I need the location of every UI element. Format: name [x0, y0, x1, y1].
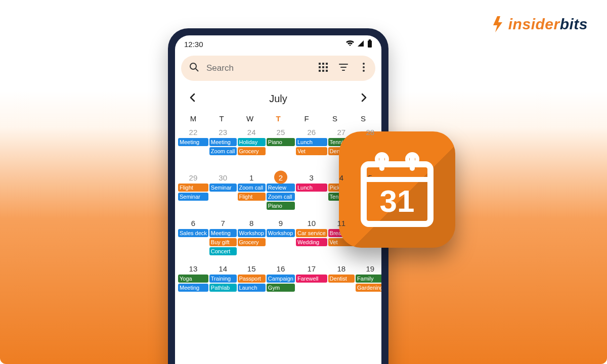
day-number: 1 — [238, 171, 266, 184]
calendar-cell[interactable]: 18Dentist — [328, 262, 355, 307]
status-time: 12:30 — [184, 40, 203, 49]
calendar-cell[interactable]: 17Farewell — [296, 262, 327, 307]
svg-rect-9 — [326, 66, 328, 68]
filter-icon[interactable] — [337, 63, 350, 74]
event-chip[interactable]: Lunch — [296, 184, 327, 192]
event-chip[interactable]: Meeting — [209, 138, 237, 146]
event-chip[interactable]: Meeting — [209, 229, 237, 237]
svg-rect-10 — [319, 70, 321, 72]
weekday-label: W — [236, 114, 264, 123]
day-number: 17 — [296, 262, 327, 275]
event-chip[interactable]: Concert — [209, 247, 237, 255]
calendar-cell[interactable]: 13YogaMeeting — [178, 262, 208, 307]
prev-month-button[interactable] — [186, 92, 198, 105]
event-chip[interactable]: Meeting — [178, 284, 208, 292]
svg-rect-11 — [322, 70, 324, 72]
search-icon — [189, 62, 199, 74]
more-icon[interactable] — [357, 63, 370, 74]
calendar-cell[interactable]: 24HolidayGrocery — [238, 126, 266, 170]
svg-line-3 — [196, 69, 198, 71]
event-chip[interactable]: Campaign — [267, 275, 295, 283]
svg-rect-0 — [369, 39, 371, 40]
event-chip[interactable]: Sales deck — [178, 229, 208, 237]
event-chip[interactable]: Gardening — [356, 284, 381, 292]
calendar-cell[interactable]: 8WorkshopGrocery — [238, 217, 266, 261]
event-chip[interactable]: Piano — [267, 138, 295, 146]
status-bar: 12:30 — [175, 35, 381, 53]
calendar-cell[interactable]: 6Sales deck — [178, 217, 208, 261]
calendar-cell[interactable]: 16CampaignGym — [267, 262, 295, 307]
day-events: Piano — [267, 138, 295, 146]
event-chip[interactable]: Piano — [267, 202, 295, 210]
event-chip[interactable]: Family — [356, 275, 381, 283]
event-chip[interactable]: Workshop — [267, 229, 295, 237]
calendar-cell[interactable]: 15PassportLaunch — [238, 262, 266, 307]
app-icon-number: 31 — [380, 184, 415, 218]
day-events: TrainingPathlab — [209, 275, 237, 292]
calendar-cell[interactable]: 19FamilyGardening — [356, 262, 381, 307]
day-number: 24 — [238, 126, 266, 138]
next-month-button[interactable] — [358, 92, 370, 105]
weekday-header: MTWTFSS — [175, 110, 381, 125]
calendar-cell[interactable]: 3Lunch — [296, 171, 327, 216]
event-chip[interactable]: Grocery — [238, 238, 266, 246]
calendar-cell[interactable]: 22Meeting — [178, 126, 208, 170]
svg-point-2 — [190, 63, 196, 69]
calendar-cell[interactable]: 10Car serviceWedding — [296, 217, 327, 261]
event-chip[interactable]: Pathlab — [209, 284, 237, 292]
calendar-cell[interactable]: 29FlightSeminar — [178, 171, 208, 216]
day-events: Meeting — [178, 138, 208, 146]
calendar-cell[interactable]: 30Seminar — [209, 171, 237, 216]
event-chip[interactable]: Buy gift — [209, 238, 237, 246]
event-chip[interactable]: Review — [267, 184, 295, 192]
event-chip[interactable]: Dentist — [328, 275, 355, 283]
cellular-icon — [357, 40, 364, 49]
brand-logo: insiderbits — [490, 15, 588, 33]
calendar-cell[interactable]: 25Piano — [267, 126, 295, 170]
day-events: Zoom callFlight — [238, 184, 266, 201]
event-chip[interactable]: Workshop — [238, 229, 266, 237]
event-chip[interactable]: Wedding — [296, 238, 327, 246]
event-chip[interactable]: Car service — [296, 229, 327, 237]
event-chip[interactable]: Holiday — [238, 138, 266, 146]
calendar-cell[interactable]: 9Workshop — [267, 217, 295, 261]
day-events: Farewell — [296, 275, 327, 283]
month-nav: July — [175, 81, 381, 110]
event-chip[interactable]: Flight — [178, 184, 208, 192]
bolt-icon — [490, 15, 505, 33]
calendar-cell[interactable]: 14TrainingPathlab — [209, 262, 237, 307]
calendar-cell[interactable]: 26LunchVet — [296, 126, 327, 170]
event-chip[interactable]: Zoom call — [238, 184, 266, 192]
event-chip[interactable]: Flight — [238, 193, 266, 201]
day-events: Workshop — [267, 229, 295, 237]
event-chip[interactable]: Lunch — [296, 138, 327, 146]
event-chip[interactable]: Zoom call — [209, 147, 237, 155]
month-title: July — [269, 93, 287, 105]
event-chip[interactable]: Training — [209, 275, 237, 283]
view-grid-icon[interactable] — [317, 63, 330, 74]
event-chip[interactable]: Yoga — [178, 275, 208, 283]
event-chip[interactable]: Farewell — [296, 275, 327, 283]
event-chip[interactable]: Grocery — [238, 147, 266, 155]
weekday-label: S — [349, 114, 377, 123]
event-chip[interactable]: Vet — [296, 147, 327, 155]
svg-rect-4 — [319, 63, 321, 65]
calendar-cell[interactable]: 23MeetingZoom call — [209, 126, 237, 170]
event-chip[interactable]: Seminar — [209, 184, 237, 192]
calendar-cell[interactable]: 1Zoom callFlight — [238, 171, 266, 216]
event-chip[interactable]: Meeting — [178, 138, 208, 146]
event-chip[interactable]: Zoom call — [267, 193, 295, 201]
search-bar[interactable]: Search — [181, 56, 375, 81]
event-chip[interactable]: Passport — [238, 275, 266, 283]
day-number: 3 — [296, 171, 327, 184]
calendar-cell[interactable]: 7MeetingBuy giftConcert — [209, 217, 237, 261]
event-chip[interactable]: Gym — [267, 284, 295, 292]
event-chip[interactable]: Launch — [238, 284, 266, 292]
event-chip[interactable]: Seminar — [178, 193, 208, 201]
day-number: 7 — [209, 217, 237, 229]
day-events: HolidayGrocery — [238, 138, 266, 155]
day-events: LunchVet — [296, 138, 327, 155]
calendar-cell[interactable]: 2ReviewZoom callPiano — [267, 171, 295, 216]
svg-rect-5 — [322, 63, 324, 65]
logo-prefix: insider — [508, 16, 560, 32]
